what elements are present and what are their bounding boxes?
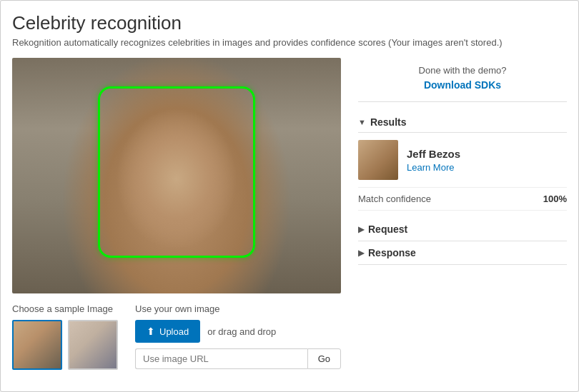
response-arrow-icon: ▶ xyxy=(358,248,364,258)
url-row: Go xyxy=(135,348,341,369)
celebrity-result: Jeff Bezos Learn More xyxy=(358,140,567,180)
results-section-label: Results xyxy=(370,116,407,128)
go-button[interactable]: Go xyxy=(307,348,341,369)
bottom-area: Choose a sample Image Use your own image xyxy=(12,303,341,370)
thumb-face-2-image xyxy=(69,321,117,368)
request-section-label: Request xyxy=(368,223,407,235)
response-section-header[interactable]: ▶ Response xyxy=(358,247,567,258)
main-image-container xyxy=(12,58,341,293)
celebrity-info: Jeff Bezos Learn More xyxy=(407,148,460,173)
page-title: Celebrity recognition xyxy=(12,12,567,34)
match-confidence-row: Match confidence 100% xyxy=(358,187,567,211)
download-sdks-link[interactable]: Download SDKs xyxy=(424,79,501,91)
left-panel: Choose a sample Image Use your own image xyxy=(12,58,341,370)
sample-thumb-2[interactable] xyxy=(68,320,118,370)
right-panel: Done with the demo? Download SDKs ▼ Resu… xyxy=(352,58,567,370)
learn-more-link[interactable]: Learn More xyxy=(407,162,460,173)
request-arrow-icon: ▶ xyxy=(358,225,364,234)
upload-label: Upload xyxy=(159,326,189,337)
thumb-face-1-image xyxy=(14,321,61,368)
app-window: Celebrity recognition Rekognition automa… xyxy=(0,0,579,392)
url-input[interactable] xyxy=(135,348,307,369)
match-confidence-label: Match confidence xyxy=(358,194,431,204)
sample-thumb-1[interactable] xyxy=(12,320,62,370)
results-section-header[interactable]: ▼ Results xyxy=(358,112,567,133)
celebrity-name: Jeff Bezos xyxy=(407,148,460,160)
sample-images-label: Choose a sample Image xyxy=(12,303,118,314)
sample-images-section: Choose a sample Image xyxy=(12,303,118,370)
upload-row: ⬆ Upload or drag and drop xyxy=(135,320,341,343)
response-section-label: Response xyxy=(368,247,416,258)
sdk-prompt: Done with the demo? xyxy=(358,65,567,76)
request-section: ▶ Request xyxy=(358,218,567,241)
own-image-section: Use your own image ⬆ Upload or drag and … xyxy=(135,303,341,369)
sdk-section: Done with the demo? Download SDKs xyxy=(358,58,567,102)
response-section: ▶ Response xyxy=(358,241,567,265)
main-content: Choose a sample Image Use your own image xyxy=(12,58,567,370)
request-section-header[interactable]: ▶ Request xyxy=(358,223,567,235)
upload-icon: ⬆ xyxy=(147,326,155,337)
sample-thumbnails xyxy=(12,320,118,370)
face-bounding-box xyxy=(98,86,255,258)
confidence-value: 100% xyxy=(543,194,567,204)
own-image-label: Use your own image xyxy=(135,303,341,314)
results-arrow-icon: ▼ xyxy=(358,118,366,126)
drag-drop-text: or drag and drop xyxy=(207,326,276,337)
celebrity-thumbnail xyxy=(358,140,398,180)
results-section: ▼ Results Jeff Bezos Learn More Match co… xyxy=(358,112,567,211)
page-subtitle: Rekognition automatically recognizes cel… xyxy=(12,37,567,48)
upload-button[interactable]: ⬆ Upload xyxy=(135,320,200,343)
